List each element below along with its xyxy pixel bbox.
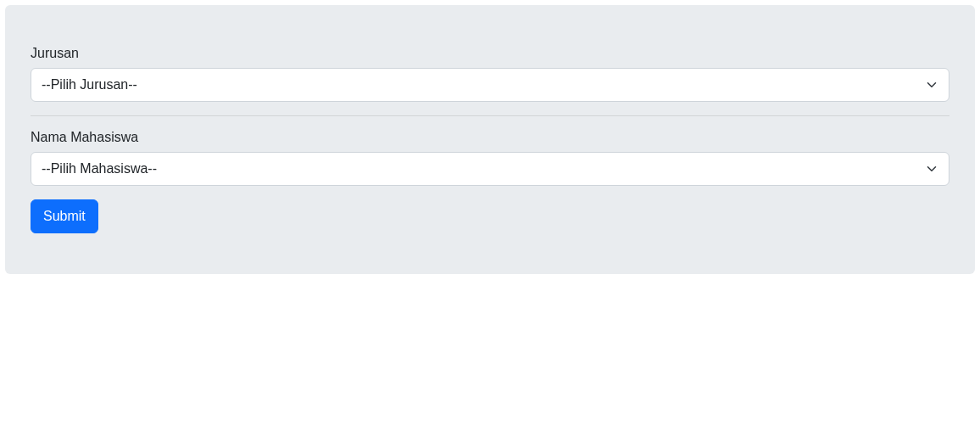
jurusan-group: Jurusan --Pilih Jurusan-- xyxy=(31,46,949,102)
form-card: Jurusan --Pilih Jurusan-- Nama Mahasiswa… xyxy=(5,5,975,274)
mahasiswa-group: Nama Mahasiswa --Pilih Mahasiswa-- xyxy=(31,130,949,186)
jurusan-label: Jurusan xyxy=(31,46,949,61)
divider xyxy=(31,115,949,116)
mahasiswa-select[interactable]: --Pilih Mahasiswa-- xyxy=(31,152,949,186)
submit-button[interactable]: Submit xyxy=(31,199,98,233)
mahasiswa-label: Nama Mahasiswa xyxy=(31,130,949,145)
jurusan-select[interactable]: --Pilih Jurusan-- xyxy=(31,68,949,102)
